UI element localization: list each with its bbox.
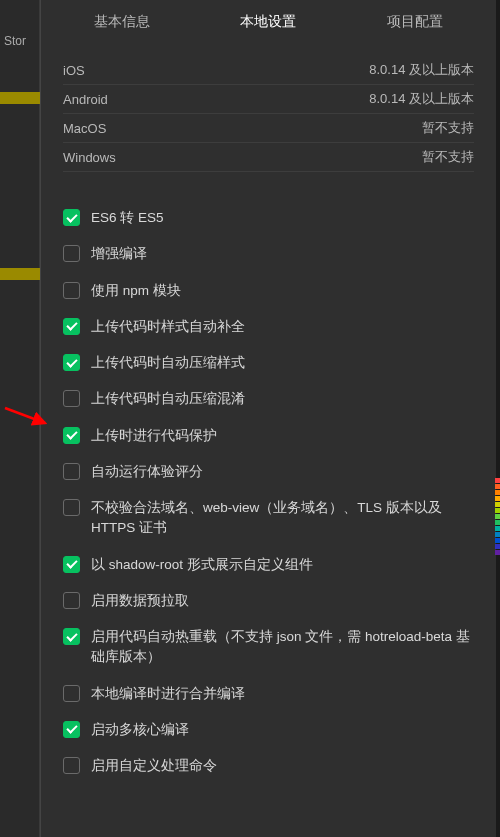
setting-label[interactable]: 使用 npm 模块	[91, 281, 181, 301]
setting-row: 以 shadow-root 形式展示自定义组件	[63, 547, 474, 583]
meter-segment	[495, 496, 500, 501]
checkbox[interactable]	[63, 628, 80, 645]
setting-row: 启动多核心编译	[63, 712, 474, 748]
settings-panel: 基本信息 本地设置 项目配置 iOS 8.0.14 及以上版本 Android …	[40, 0, 496, 837]
meter-segment	[495, 508, 500, 513]
platform-name: MacOS	[63, 121, 106, 136]
setting-label[interactable]: 增强编译	[91, 244, 147, 264]
setting-label[interactable]: 以 shadow-root 形式展示自定义组件	[91, 555, 313, 575]
tab-basic-info[interactable]: 基本信息	[90, 1, 154, 43]
checkbox[interactable]	[63, 354, 80, 371]
platform-row-android: Android 8.0.14 及以上版本	[63, 85, 474, 114]
setting-row: ES6 转 ES5	[63, 200, 474, 236]
checkbox[interactable]	[63, 245, 80, 262]
checkbox[interactable]	[63, 318, 80, 335]
meter-segment	[495, 478, 500, 483]
platform-value: 暂不支持	[422, 148, 474, 166]
platform-name: iOS	[63, 63, 85, 78]
tab-local-settings[interactable]: 本地设置	[236, 1, 300, 43]
sidebar-label: Stor	[4, 34, 26, 48]
setting-label[interactable]: 自动运行体验评分	[91, 462, 203, 482]
meter-segment	[495, 502, 500, 507]
setting-row: 上传代码时样式自动补全	[63, 309, 474, 345]
checkbox[interactable]	[63, 556, 80, 573]
meter-segment	[495, 490, 500, 495]
color-meter	[495, 478, 500, 558]
checkbox[interactable]	[63, 499, 80, 516]
setting-row: 使用 npm 模块	[63, 273, 474, 309]
checkbox[interactable]	[63, 685, 80, 702]
platform-name: Windows	[63, 150, 116, 165]
platform-row-windows: Windows 暂不支持	[63, 143, 474, 172]
highlight-bar	[0, 92, 40, 104]
settings-list: ES6 转 ES5增强编译使用 npm 模块上传代码时样式自动补全上传代码时自动…	[41, 172, 496, 784]
meter-segment	[495, 544, 500, 549]
setting-row: 启用自定义处理命令	[63, 748, 474, 784]
setting-row: 不校验合法域名、web-view（业务域名）、TLS 版本以及 HTTPS 证书	[63, 490, 474, 547]
platform-value: 8.0.14 及以上版本	[369, 90, 474, 108]
setting-row: 启用数据预拉取	[63, 583, 474, 619]
highlight-bar	[0, 268, 40, 280]
setting-row: 上传时进行代码保护	[63, 418, 474, 454]
checkbox[interactable]	[63, 463, 80, 480]
setting-label[interactable]: 上传代码时样式自动补全	[91, 317, 245, 337]
platform-value: 8.0.14 及以上版本	[369, 61, 474, 79]
meter-segment	[495, 526, 500, 531]
checkbox[interactable]	[63, 427, 80, 444]
platform-value: 暂不支持	[422, 119, 474, 137]
setting-label[interactable]: 上传代码时自动压缩样式	[91, 353, 245, 373]
meter-segment	[495, 484, 500, 489]
meter-segment	[495, 532, 500, 537]
meter-segment	[495, 520, 500, 525]
checkbox[interactable]	[63, 757, 80, 774]
setting-label[interactable]: ES6 转 ES5	[91, 208, 164, 228]
setting-row: 上传代码时自动压缩混淆	[63, 381, 474, 417]
setting-row: 本地编译时进行合并编译	[63, 676, 474, 712]
checkbox[interactable]	[63, 592, 80, 609]
setting-label[interactable]: 启用自定义处理命令	[91, 756, 217, 776]
tabs: 基本信息 本地设置 项目配置	[41, 0, 496, 44]
setting-label[interactable]: 不校验合法域名、web-view（业务域名）、TLS 版本以及 HTTPS 证书	[91, 498, 474, 539]
platform-name: Android	[63, 92, 108, 107]
setting-row: 增强编译	[63, 236, 474, 272]
setting-row: 上传代码时自动压缩样式	[63, 345, 474, 381]
meter-segment	[495, 514, 500, 519]
setting-label[interactable]: 本地编译时进行合并编译	[91, 684, 245, 704]
platform-row-ios: iOS 8.0.14 及以上版本	[63, 56, 474, 85]
meter-segment	[495, 550, 500, 555]
setting-label[interactable]: 启动多核心编译	[91, 720, 189, 740]
platform-row-macos: MacOS 暂不支持	[63, 114, 474, 143]
platform-list: iOS 8.0.14 及以上版本 Android 8.0.14 及以上版本 Ma…	[41, 44, 496, 172]
setting-row: 启用代码自动热重载（不支持 json 文件，需 hotreload-beta 基…	[63, 619, 474, 676]
checkbox[interactable]	[63, 390, 80, 407]
tab-project-config[interactable]: 项目配置	[383, 1, 447, 43]
checkbox[interactable]	[63, 721, 80, 738]
meter-segment	[495, 538, 500, 543]
setting-row: 自动运行体验评分	[63, 454, 474, 490]
setting-label[interactable]: 上传时进行代码保护	[91, 426, 217, 446]
left-sidebar: Stor	[0, 0, 40, 837]
setting-label[interactable]: 上传代码时自动压缩混淆	[91, 389, 245, 409]
setting-label[interactable]: 启用代码自动热重载（不支持 json 文件，需 hotreload-beta 基…	[91, 627, 474, 668]
setting-label[interactable]: 启用数据预拉取	[91, 591, 189, 611]
checkbox[interactable]	[63, 209, 80, 226]
checkbox[interactable]	[63, 282, 80, 299]
